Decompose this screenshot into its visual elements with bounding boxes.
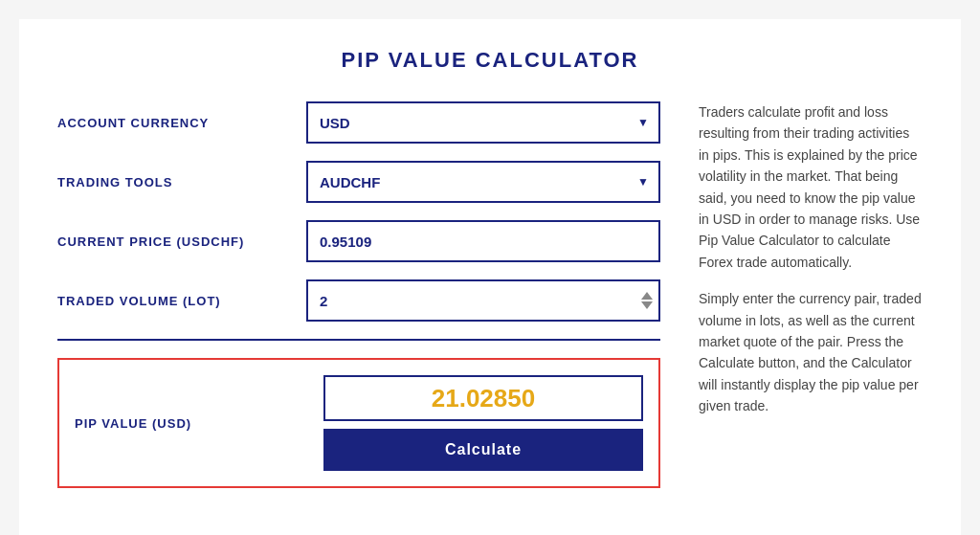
current-price-input[interactable] <box>306 220 660 262</box>
calculate-button[interactable]: Calculate <box>323 429 643 471</box>
description-paragraph-2: Simply enter the currency pair, traded v… <box>699 288 923 416</box>
trading-tools-select[interactable]: AUDCHF EURUSD GBPUSD USDJPY USDCHF <box>306 161 660 203</box>
traded-volume-input[interactable] <box>306 279 660 322</box>
left-panel: ACCOUNT CURRENCY USD EUR GBP JPY AUD ▼ T… <box>57 101 660 488</box>
traded-volume-spinner-wrapper <box>306 279 660 322</box>
pip-value-label: PIP VALUE (USD) <box>75 375 323 471</box>
account-currency-select[interactable]: USD EUR GBP JPY AUD <box>306 101 660 144</box>
traded-volume-label: TRADED VOLUME (LOT) <box>57 294 306 308</box>
calculator-card: PIP VALUE CALCULATOR ACCOUNT CURRENCY US… <box>19 19 961 535</box>
volume-spinner-arrows <box>641 292 653 309</box>
account-currency-row: ACCOUNT CURRENCY USD EUR GBP JPY AUD ▼ <box>57 101 660 144</box>
volume-spinner-down-icon[interactable] <box>641 301 653 309</box>
section-divider <box>57 339 660 341</box>
account-currency-select-wrapper: USD EUR GBP JPY AUD ▼ <box>306 101 660 144</box>
pip-value-right: 21.02850 Calculate <box>323 375 643 471</box>
pip-value-row: PIP VALUE (USD) 21.02850 Calculate <box>57 358 660 488</box>
page-title: PIP VALUE CALCULATOR <box>57 48 923 73</box>
pip-value-result-box: 21.02850 <box>323 375 643 421</box>
current-price-label: CURRENT PRICE (USDCHF) <box>57 234 306 249</box>
description-paragraph-1: Traders calculate profit and loss result… <box>699 101 923 273</box>
current-price-row: CURRENT PRICE (USDCHF) <box>57 220 660 262</box>
traded-volume-row: TRADED VOLUME (LOT) <box>57 279 660 322</box>
account-currency-label: ACCOUNT CURRENCY <box>57 116 306 130</box>
main-content: ACCOUNT CURRENCY USD EUR GBP JPY AUD ▼ T… <box>57 101 923 488</box>
trading-tools-label: TRADING TOOLS <box>57 175 306 189</box>
trading-tools-select-wrapper: AUDCHF EURUSD GBPUSD USDJPY USDCHF ▼ <box>306 161 660 203</box>
pip-value-result: 21.02850 <box>432 384 535 413</box>
volume-spinner-up-icon[interactable] <box>641 292 653 300</box>
right-panel: Traders calculate profit and loss result… <box>699 101 923 488</box>
trading-tools-row: TRADING TOOLS AUDCHF EURUSD GBPUSD USDJP… <box>57 161 660 203</box>
